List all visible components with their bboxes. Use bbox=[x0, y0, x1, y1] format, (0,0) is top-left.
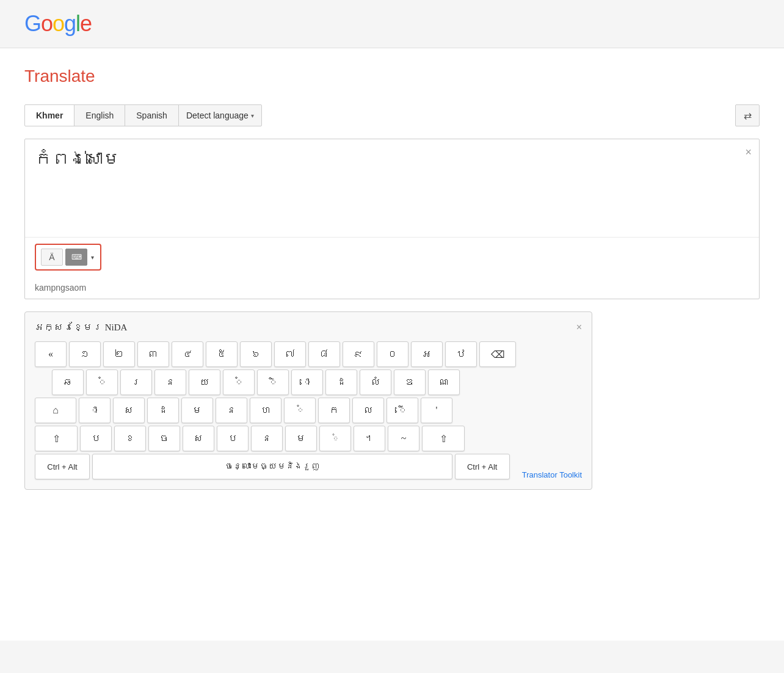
key-3[interactable]: ៣ bbox=[137, 341, 169, 367]
key-9[interactable]: ៩ bbox=[343, 341, 374, 367]
page-content: Translate Khmer English Spanish Detect l… bbox=[0, 48, 784, 641]
key-na[interactable]: ន bbox=[154, 369, 186, 395]
key-na2[interactable]: ន bbox=[216, 398, 247, 423]
key-7[interactable]: ៧ bbox=[274, 341, 306, 367]
key-period[interactable]: ំ bbox=[319, 426, 351, 451]
tab-spanish[interactable]: Spanish bbox=[125, 104, 179, 126]
translator-toolkit-link[interactable]: Translator Toolkit bbox=[522, 470, 582, 479]
keyboard-title: អក្សរខ្មែរ NiDA bbox=[35, 322, 127, 333]
input-tools-highlight: Ä ⌨ ▾ bbox=[35, 244, 101, 271]
key-a[interactable]: អ bbox=[411, 341, 443, 367]
swap-languages-button[interactable]: ⇄ bbox=[735, 104, 760, 126]
key-ca[interactable]: ច bbox=[148, 426, 180, 451]
tab-khmer[interactable]: Khmer bbox=[24, 104, 74, 126]
key-bariyoasan[interactable]: ។ bbox=[354, 426, 385, 451]
key-circle-below[interactable]: ំ bbox=[284, 398, 316, 423]
keyboard-row-1: « ១ ២ ៣ ៤ ៥ ៦ ៧ ៨ ៩ ០ អ ឋ ⌫ bbox=[35, 341, 582, 367]
key-ha[interactable]: ហ bbox=[250, 398, 281, 423]
key-backspace[interactable]: ⌫ bbox=[479, 341, 516, 367]
key-ma2[interactable]: ម bbox=[285, 426, 317, 451]
detect-dropdown-arrow: ▾ bbox=[251, 112, 254, 119]
key-ma[interactable]: ម bbox=[181, 398, 213, 423]
key-tilde[interactable]: ~ bbox=[388, 426, 419, 451]
key-0[interactable]: ០ bbox=[377, 341, 408, 367]
source-text: កំពង់សោម bbox=[35, 149, 735, 169]
keyboard-row-4: ⇧ ប ខ ច ស ប ន ម ំ ។ ~ ⇧ bbox=[35, 426, 582, 451]
key-lo[interactable]: លំ bbox=[360, 369, 391, 395]
language-tabs: Khmer English Spanish Detect language ▾ … bbox=[24, 104, 760, 126]
key-ro[interactable]: រ bbox=[120, 369, 152, 395]
key-6[interactable]: ៦ bbox=[240, 341, 272, 367]
logo-e: e bbox=[80, 11, 92, 36]
detect-language-label: Detect language bbox=[186, 111, 249, 120]
key-1[interactable]: ១ bbox=[69, 341, 101, 367]
key-ba2[interactable]: ប bbox=[217, 426, 249, 451]
key-da2[interactable]: ដ bbox=[147, 398, 179, 423]
input-tools-row: Ä ⌨ ▾ bbox=[25, 237, 759, 277]
virtual-keyboard: អក្សរខ្មែរ NiDA × « ១ ២ ៣ ៤ ៥ ៦ ៧ ៨ ៩ ០ … bbox=[24, 311, 592, 490]
input-tools-dropdown[interactable]: ▾ bbox=[90, 254, 95, 261]
keyboard-input-button[interactable]: ⌨ bbox=[65, 249, 87, 266]
page-title: Translate bbox=[24, 67, 760, 86]
key-i-short[interactable]: ិ bbox=[257, 369, 289, 395]
keyboard-icon: ⌨ bbox=[71, 253, 82, 261]
tab-english[interactable]: English bbox=[74, 104, 125, 126]
key-na3[interactable]: ន bbox=[251, 426, 283, 451]
transliteration-text: kampngsaom bbox=[25, 277, 759, 299]
google-logo: Google bbox=[24, 11, 760, 37]
key-dda[interactable]: ឌ bbox=[394, 369, 426, 395]
keyboard-close-button[interactable]: × bbox=[576, 322, 582, 333]
clear-input-button[interactable]: × bbox=[745, 147, 752, 158]
character-input-button[interactable]: Ä bbox=[41, 249, 63, 266]
key-nna[interactable]: ណ bbox=[428, 369, 460, 395]
key-ctrl-alt-left[interactable]: Ctrl + Alt bbox=[35, 454, 90, 479]
keyboard-row-2: ឆ ំ រ ន យ ំ ិ ោ ដ លំ ឌ ណ bbox=[35, 369, 582, 395]
logo-g: g bbox=[64, 11, 76, 36]
key-ctrl-alt-right[interactable]: Ctrl + Alt bbox=[455, 454, 510, 479]
key-chha[interactable]: ឆ bbox=[52, 369, 84, 395]
key-ka[interactable]: ក bbox=[318, 398, 350, 423]
keyboard-row-3: ⌂ ា ស ដ ម ន ហ ំ ក ល ើ ' bbox=[35, 398, 582, 423]
translation-input-box: កំពង់សោម × Ä ⌨ ▾ kampngsaom bbox=[24, 139, 760, 299]
keyboard-space-row: Ctrl + Alt ចន្លោះមធ្យមនិងរួញ Ctrl + Alt bbox=[35, 454, 510, 479]
header: Google bbox=[0, 0, 784, 48]
key-5[interactable]: ៥ bbox=[206, 341, 238, 367]
key-aa[interactable]: ា bbox=[79, 398, 111, 423]
key-da[interactable]: ដ bbox=[325, 369, 357, 395]
key-la[interactable]: ល bbox=[352, 398, 384, 423]
key-kha[interactable]: ខ bbox=[114, 426, 146, 451]
key-guillemets[interactable]: « bbox=[35, 341, 67, 367]
source-text-area[interactable]: កំពង់សោម × bbox=[25, 139, 759, 237]
keyboard-header: អក្សរខ្មែរ NiDA × bbox=[35, 322, 582, 333]
key-ba[interactable]: ប bbox=[80, 426, 112, 451]
key-shift-left[interactable]: ⇧ bbox=[35, 426, 78, 451]
key-quote[interactable]: ' bbox=[421, 398, 452, 423]
keyboard-bottom-row: Ctrl + Alt ចន្លោះមធ្យមនិងរួញ Ctrl + Alt … bbox=[35, 454, 582, 479]
logo-o1: o bbox=[41, 11, 53, 36]
logo-o2: o bbox=[53, 11, 64, 36]
key-nikahit[interactable]: ំ bbox=[86, 369, 118, 395]
key-ae[interactable]: ើ bbox=[387, 398, 418, 423]
key-ya[interactable]: យ bbox=[189, 369, 220, 395]
key-oo[interactable]: ោ bbox=[291, 369, 323, 395]
key-sa[interactable]: ស bbox=[113, 398, 145, 423]
key-8[interactable]: ៨ bbox=[308, 341, 340, 367]
key-tho[interactable]: ឋ bbox=[445, 341, 477, 367]
key-comma[interactable]: ំ bbox=[223, 369, 255, 395]
key-space[interactable]: ចន្លោះមធ្យមនិងរួញ bbox=[92, 454, 452, 479]
logo-G: G bbox=[24, 11, 41, 36]
key-shift-right[interactable]: ⇧ bbox=[422, 426, 465, 451]
key-home[interactable]: ⌂ bbox=[35, 398, 76, 423]
key-2[interactable]: ២ bbox=[103, 341, 135, 367]
tab-detect-language[interactable]: Detect language ▾ bbox=[178, 104, 262, 126]
key-sa2[interactable]: ស bbox=[183, 426, 214, 451]
key-4[interactable]: ៤ bbox=[172, 341, 203, 367]
